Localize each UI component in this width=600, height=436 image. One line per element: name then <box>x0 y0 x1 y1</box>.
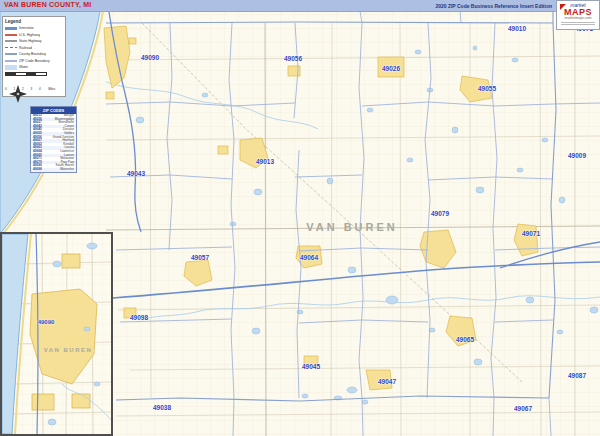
legend-swatch <box>5 65 17 70</box>
legend-item-label: ZIP Code Boundary <box>19 59 50 63</box>
legend-item-label: Interstate <box>19 26 34 30</box>
legend-swatch <box>5 60 17 62</box>
zip-index-name: Watervliet <box>60 168 74 172</box>
zip-index-box: ZIP CODES 49013Bangor49026Bloomingdale49… <box>30 106 77 173</box>
zip-index-row: 49098Watervliet <box>31 168 76 172</box>
logo-fineprint-box <box>561 22 595 25</box>
legend-swatch <box>5 27 17 30</box>
legend-swatch <box>5 40 17 42</box>
zip-index-rows: 49013Bangor49026Bloomingdale49027Breedsv… <box>31 114 76 172</box>
inset-label-layer: VAN BUREN 49090 <box>2 234 111 434</box>
inset-county-label: VAN BUREN <box>44 347 93 353</box>
legend-rows: InterstateU.S. HighwayState HighwayRailr… <box>5 25 63 71</box>
county-name-label: VAN BUREN <box>306 221 398 233</box>
logo-url-text: marketmaps.com <box>557 17 599 21</box>
scale-units-label: Miles <box>48 87 55 91</box>
map-page: 4909049056490264905549010490784901349043… <box>0 0 600 436</box>
legend-title: Legend <box>5 19 63 24</box>
legend-item-label: County Boundary <box>19 52 46 56</box>
edition-label: 2020 ZIP Code Business Reference Insert … <box>435 3 552 9</box>
compass-rose <box>9 85 27 107</box>
legend-item-label: U.S. Highway <box>19 33 40 37</box>
legend-swatch <box>5 47 17 48</box>
legend-swatch <box>5 34 17 36</box>
legend-item-label: Railroad <box>19 46 32 50</box>
scale-bar-segments <box>5 72 47 77</box>
brand-logo: market MAPS marketmaps.com <box>556 0 600 30</box>
inset-map: VAN BUREN 49090 <box>0 232 113 436</box>
legend-item-label: Water <box>19 65 28 69</box>
zip-index-code: 49098 <box>33 168 42 172</box>
legend-swatch <box>5 53 17 55</box>
compass-star-icon <box>9 85 27 103</box>
legend-item-water: Water <box>5 64 63 71</box>
page-title: VAN BUREN COUNTY, MI <box>4 1 91 8</box>
logo-flag-icon <box>560 4 566 10</box>
legend-item-label: State Highway <box>19 39 42 43</box>
inset-zip-label-49090: 49090 <box>38 319 55 325</box>
header-bar: VAN BUREN COUNTY, MI 2020 ZIP Code Busin… <box>0 0 600 12</box>
